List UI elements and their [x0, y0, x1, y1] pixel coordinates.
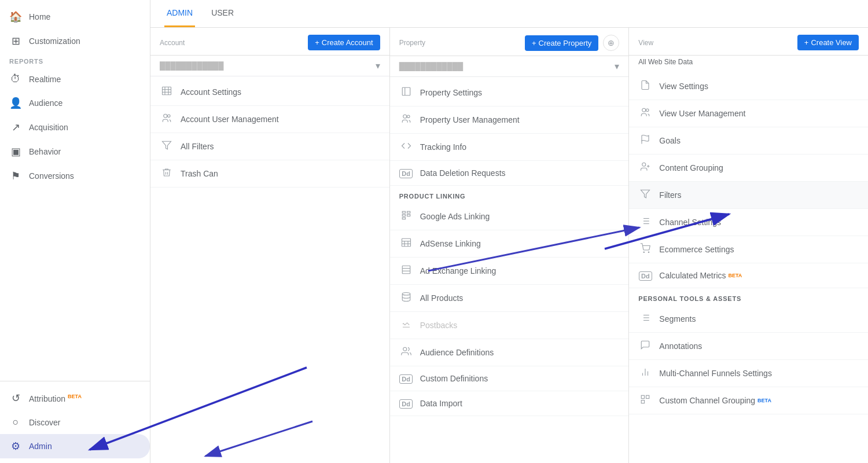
main-content: ADMIN USER Account +	[150, 0, 868, 463]
trash-icon	[160, 167, 174, 180]
view-label-text: View	[638, 39, 653, 47]
annotations-item[interactable]: Annotations	[629, 333, 868, 360]
svg-rect-3	[163, 87, 171, 95]
svg-point-44	[649, 252, 650, 253]
goals-item[interactable]: Goals	[629, 127, 868, 155]
property-settings-item[interactable]: Property Settings	[390, 79, 629, 106]
multichannel-item[interactable]: Multi-Channel Funnels Settings	[629, 360, 868, 387]
svg-marker-36	[641, 190, 650, 198]
create-view-button[interactable]: + Create View	[797, 35, 859, 50]
svg-rect-20	[402, 238, 410, 247]
svg-rect-55	[642, 400, 645, 403]
data-import-item[interactable]: Dd Data Import	[390, 391, 629, 416]
account-settings-item[interactable]: Account Settings	[150, 79, 389, 106]
content-grouping-icon	[638, 161, 652, 174]
view-panel-header: View + Create View	[629, 28, 868, 56]
users-icon-view	[638, 107, 652, 120]
all-products-label: All Products	[420, 293, 464, 303]
channel-settings-icon	[638, 216, 652, 229]
all-products-item[interactable]: All Products	[390, 285, 629, 312]
ad-exchange-label: Ad Exchange Linking	[420, 266, 496, 275]
sidebar-item-home[interactable]: 🏠 Home	[0, 5, 150, 29]
tracking-info-label: Tracking Info	[420, 142, 466, 152]
account-selector[interactable]: ████████████ ▾	[150, 56, 389, 76]
trash-can-item[interactable]: Trash Can	[150, 160, 389, 188]
sidebar: 🏠 Home ⊞ Customization REPORTS ⏱ Realtim…	[0, 0, 150, 463]
sidebar-item-behavior[interactable]: ▣ Behavior	[0, 139, 150, 164]
sidebar-item-attribution[interactable]: ↺ AttributionBETA	[0, 386, 150, 410]
property-settings-icon	[399, 86, 413, 99]
calculated-metrics-item[interactable]: Dd Calculated Metrics BETA	[629, 263, 868, 288]
property-user-mgmt-item[interactable]: Property User Management	[390, 106, 629, 134]
property-settings-label: Property Settings	[420, 88, 482, 97]
sidebar-item-conversions[interactable]: ⚑ Conversions	[0, 164, 150, 188]
google-ads-icon	[399, 210, 413, 223]
audience-def-icon	[399, 346, 413, 359]
filters-view-item[interactable]: Filters	[629, 182, 868, 209]
custom-definitions-item[interactable]: Dd Custom Definitions	[390, 366, 629, 391]
svg-point-43	[643, 252, 645, 253]
all-filters-item[interactable]: All Filters	[150, 133, 389, 160]
channel-settings-item[interactable]: Channel Settings	[629, 209, 868, 236]
svg-marker-10	[163, 141, 171, 149]
audience-icon: 👤	[9, 97, 22, 109]
calculated-metrics-beta: BETA	[729, 273, 742, 278]
postbacks-label: Postbacks	[420, 321, 458, 330]
google-ads-label: Google Ads Linking	[420, 212, 490, 221]
dd-icon-custom: Dd	[399, 373, 413, 384]
sidebar-label-behavior: Behavior	[29, 147, 61, 156]
reports-section-label: REPORTS	[0, 53, 150, 67]
segments-item[interactable]: Segments	[629, 306, 868, 333]
property-add-circle[interactable]: ⊕	[603, 35, 619, 51]
create-account-button[interactable]: + Create Account	[308, 35, 380, 50]
svg-rect-15	[402, 211, 405, 213]
account-label: Account	[160, 39, 185, 47]
account-panel-body: Account Settings Account User Management…	[150, 76, 389, 463]
sidebar-label-admin: Admin	[29, 442, 52, 451]
svg-rect-54	[646, 395, 649, 398]
data-deletion-item[interactable]: Dd Data Deletion Requests	[390, 161, 629, 186]
tab-admin[interactable]: ADMIN	[164, 0, 195, 27]
property-selector[interactable]: ████████████ ▾	[390, 56, 629, 77]
code-icon	[399, 141, 413, 153]
sidebar-item-realtime[interactable]: ⏱ Realtime	[0, 67, 150, 91]
postbacks-item[interactable]: Postbacks	[390, 312, 629, 339]
property-user-mgmt-label: Property User Management	[420, 115, 520, 124]
sidebar-item-customization[interactable]: ⊞ Customization	[0, 29, 150, 53]
svg-point-13	[403, 115, 406, 118]
filter-icon-view	[638, 189, 652, 201]
view-user-mgmt-item[interactable]: View User Management	[629, 100, 868, 127]
custom-channel-text: Custom Channel Grouping BETA	[659, 396, 771, 405]
tracking-info-item[interactable]: Tracking Info	[390, 134, 629, 161]
product-linking-header: PRODUCT LINKING	[390, 186, 629, 203]
tab-user[interactable]: USER	[209, 0, 236, 27]
account-user-mgmt-item[interactable]: Account User Management	[150, 106, 389, 133]
users-icon-property	[399, 113, 413, 126]
ecommerce-settings-item[interactable]: Ecommerce Settings	[629, 236, 868, 263]
custom-channel-beta: BETA	[757, 398, 771, 403]
create-property-plus: +	[532, 39, 536, 47]
create-account-label: Create Account	[322, 38, 373, 47]
svg-point-14	[407, 115, 410, 118]
svg-rect-19	[407, 215, 410, 216]
ad-exchange-item[interactable]: Ad Exchange Linking	[390, 258, 629, 285]
create-property-button[interactable]: + Create Property	[525, 35, 598, 51]
sidebar-item-audience[interactable]: 👤 Audience	[0, 91, 150, 115]
sidebar-item-admin[interactable]: ⚙ Admin	[0, 434, 150, 458]
annotations-icon	[638, 340, 652, 352]
content-grouping-item[interactable]: Content Grouping	[629, 155, 868, 182]
view-settings-item[interactable]: View Settings	[629, 73, 868, 100]
home-icon: 🏠	[9, 10, 22, 23]
top-tabs: ADMIN USER	[150, 0, 868, 28]
adsense-item[interactable]: AdSense Linking	[390, 230, 629, 258]
building-icon	[160, 86, 174, 98]
sidebar-item-discover[interactable]: ○ Discover	[0, 410, 150, 434]
google-ads-item[interactable]: Google Ads Linking	[390, 203, 629, 230]
view-settings-label: View Settings	[659, 82, 708, 91]
svg-point-33	[642, 163, 646, 166]
custom-channel-item[interactable]: Custom Channel Grouping BETA	[629, 387, 868, 414]
sidebar-item-acquisition[interactable]: ↗ Acquisition	[0, 115, 150, 139]
audience-definitions-item[interactable]: Audience Definitions	[390, 339, 629, 366]
create-property-label: Create Property	[539, 39, 592, 47]
customization-icon: ⊞	[9, 35, 22, 47]
